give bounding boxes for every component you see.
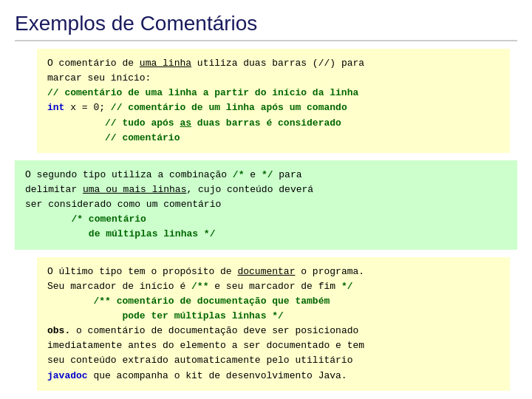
obs-label: obs. xyxy=(47,325,70,336)
section-3: O último tipo tem o propósito de documen… xyxy=(37,257,510,391)
multiline-comment-close: de múltiplas linhas */ xyxy=(89,228,216,239)
underline-uma-linha: uma linha xyxy=(140,58,191,69)
underline-documentar: documentar xyxy=(237,266,295,277)
javadoc-comment-1: /** comentário de documentação que també… xyxy=(93,296,330,307)
close-comment: */ xyxy=(262,169,273,180)
javadoc-open: /** xyxy=(191,281,208,292)
javadoc-close: */ xyxy=(341,281,353,292)
multiline-comment-open: /* comentário xyxy=(71,214,146,225)
section-2-content: O segundo tipo utiliza a combinação /* e… xyxy=(25,168,507,242)
comment-inline: // comentário de um linha após um comand… xyxy=(111,102,347,113)
underline-uma-ou-mais: uma ou mais linhas xyxy=(83,184,186,195)
section-2: O segundo tipo utiliza a combinação /* e… xyxy=(15,160,517,250)
open-comment: /* xyxy=(233,169,245,180)
page: Exemplos de Comentários O comentário de … xyxy=(0,0,532,399)
section-3-content: O último tipo tem o propósito de documen… xyxy=(47,265,499,383)
section-1: O comentário de uma linha utiliza duas b… xyxy=(37,49,510,153)
comment-line-3: // comentário de uma linha a partir do i… xyxy=(47,87,358,98)
javadoc-label: javadoc xyxy=(47,370,88,381)
comment-continuation-1: // tudo após as duas barras é considerad… xyxy=(105,117,341,129)
page-title: Exemplos de Comentários xyxy=(15,12,517,41)
comment-continuation-2: // comentário xyxy=(105,132,180,143)
section-1-content: O comentário de uma linha utiliza duas b… xyxy=(47,56,499,146)
keyword-int: int xyxy=(47,102,64,113)
javadoc-comment-2: pode ter múltiplas linhas */ xyxy=(122,310,283,321)
